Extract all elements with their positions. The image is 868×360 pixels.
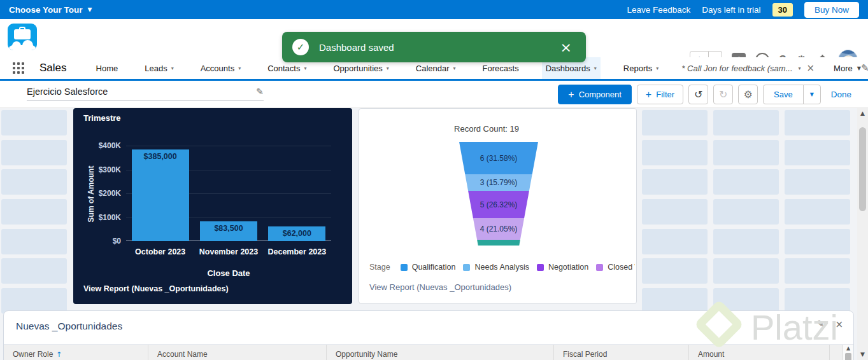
scrollbar-thumb[interactable] <box>845 353 851 360</box>
funnel-segment-1: 6 (31.58%) <box>459 142 538 174</box>
leave-feedback-link[interactable]: Leave Feedback <box>627 5 690 15</box>
y-axis-tick-label: $400K <box>84 141 121 150</box>
undo-button[interactable]: ↺ <box>688 85 708 104</box>
save-button[interactable]: Save <box>763 85 804 104</box>
column-header-fiscal-period[interactable]: Fiscal Period <box>554 345 689 360</box>
funnel-segment-4: 4 (21.05%) <box>459 218 538 240</box>
column-header-opportunity-name[interactable]: Opportunity Name <box>327 345 554 360</box>
chevron-down-icon: ▾ <box>304 66 306 71</box>
bar-value-label: $62,000 <box>268 229 325 238</box>
nav-item-label: Forecasts <box>483 64 519 73</box>
grid-placeholder-tile <box>642 258 708 284</box>
y-axis-tick-label: $0 <box>84 237 121 246</box>
choose-your-tour-button[interactable]: Choose Your Tour ▼ <box>9 5 92 15</box>
buy-now-button[interactable]: Buy Now <box>804 2 859 18</box>
table-vertical-scrollbar[interactable]: ▲ <box>843 345 853 360</box>
add-component-button[interactable]: + Component <box>558 85 632 104</box>
bar-value-label: $83,500 <box>200 224 257 233</box>
chevron-down-icon: ▾ <box>238 66 241 71</box>
redo-icon: ↻ <box>719 88 727 100</box>
temp-tab-call-jon[interactable]: * Call Jon for feedback (sam... ▾ × <box>681 62 815 74</box>
toast-close-icon[interactable]: × <box>557 39 576 55</box>
funnel-chart-title: Record Count: 19 <box>359 124 614 134</box>
dashboard-properties-button[interactable]: ⚙ <box>738 85 758 104</box>
scrollbar-thumb[interactable] <box>859 127 866 211</box>
legend-item-closed-won: Closed Won <box>596 263 635 272</box>
chevron-down-icon: ▾ <box>594 66 597 71</box>
dashboard-title-field[interactable]: Ejercicio Salesforce ✎ <box>27 87 264 100</box>
y-axis-tick-label: $200K <box>84 189 121 198</box>
nav-more-button[interactable]: More ▼ <box>834 64 861 73</box>
x-axis-category-label: December 2023 <box>263 247 331 256</box>
plus-icon: + <box>646 90 651 100</box>
grid-placeholder-tile <box>642 140 708 165</box>
page-vertical-scrollbar[interactable]: ▲ ▼ <box>857 108 868 360</box>
table-edit-pencil-icon[interactable]: ✎ <box>817 319 825 330</box>
grid-placeholder-tile <box>785 110 850 135</box>
bar-november-2023: $83,500 <box>200 221 257 241</box>
chevron-down-icon[interactable]: ▾ <box>799 66 801 71</box>
temp-tab-label: * Call Jon for feedback (sam... <box>681 64 792 73</box>
column-header-amount[interactable]: Amount <box>689 345 830 360</box>
nav-item-label: Opportunities <box>333 64 382 73</box>
report-table-card: Nuevas _Oportunidades ✎ × Owner Role↑Acc… <box>3 310 854 360</box>
success-check-icon: ✓ <box>292 39 309 55</box>
nav-item-home[interactable]: Home <box>92 57 122 79</box>
funnel-chart-card: Record Count: 19 6 (31.58%)3 (15.79%)5 (… <box>359 108 637 304</box>
trial-bar: Choose Your Tour ▼ Leave Feedback Days l… <box>0 0 868 19</box>
bar-value-label: $385,000 <box>132 152 189 161</box>
legend-title: Stage <box>369 263 390 272</box>
chevron-down-icon: ▾ <box>171 66 174 71</box>
add-filter-button[interactable]: + Filter <box>637 85 683 104</box>
column-header-owner-role[interactable]: Owner Role↑ <box>4 345 148 360</box>
bar-chart-x-axis-label: Close Date <box>126 268 331 278</box>
nav-edit-pencil-icon[interactable]: ✎ <box>861 62 868 74</box>
scroll-up-arrow-icon[interactable]: ▲ <box>857 110 868 116</box>
scroll-down-arrow-icon[interactable]: ▼ <box>857 351 868 357</box>
grid-placeholder-tile <box>1 110 67 135</box>
grid-placeholder-tile <box>642 199 708 225</box>
legend-swatch-icon <box>463 264 470 271</box>
app-launcher-icon[interactable] <box>13 62 24 74</box>
undo-icon: ↺ <box>694 88 702 100</box>
chevron-down-icon: ▾ <box>656 66 658 71</box>
dropdown-icon: ▼ <box>810 92 814 97</box>
close-icon[interactable]: × <box>807 62 815 74</box>
nav-item-leads[interactable]: Leads▾ <box>141 57 177 79</box>
legend-swatch-icon <box>401 264 408 271</box>
bar-december-2023: $62,000 <box>268 226 325 241</box>
gear-icon: ⚙ <box>743 88 752 100</box>
column-header-account-name[interactable]: Account Name <box>148 345 327 360</box>
nav-item-label: Reports <box>623 64 653 73</box>
column-header-label: Opportunity Name <box>336 350 397 359</box>
salesforce-logo <box>8 24 37 50</box>
bar-october-2023: $385,000 <box>132 149 189 241</box>
legend-label: Needs Analysis <box>474 263 529 272</box>
nav-item-reports[interactable]: Reports▾ <box>620 57 663 79</box>
report-table-title: Nuevas _Oportunidades <box>16 321 122 332</box>
chevron-down-icon: ▾ <box>453 66 456 71</box>
dropdown-icon: ▼ <box>88 6 92 13</box>
title-edit-pencil-icon[interactable]: ✎ <box>256 87 264 97</box>
done-button[interactable]: Done <box>826 85 857 104</box>
days-left-label: Days left in trial <box>702 5 760 15</box>
legend-label: Qualification <box>412 263 456 272</box>
grid-placeholder-tile <box>713 229 779 254</box>
dashboard-toolbar: Ejercicio Salesforce ✎ + Component + Fil… <box>0 81 868 108</box>
nav-item-label: Accounts <box>201 64 234 73</box>
bar-chart-view-report-link[interactable]: View Report (Nuevas _Oportunidades) <box>83 284 229 293</box>
save-dropdown-button[interactable]: ▼ <box>803 85 821 104</box>
nav-item-accounts[interactable]: Accounts▾ <box>197 57 245 79</box>
legend-swatch-icon <box>596 264 603 271</box>
funnel-legend: Stage QualificationNeeds AnalysisNegotia… <box>369 263 635 272</box>
app-name[interactable]: Sales <box>39 62 67 74</box>
grid-placeholder-tile <box>785 169 850 195</box>
grid-placeholder-tile <box>642 169 708 195</box>
scroll-up-arrow-icon[interactable]: ▲ <box>843 345 853 351</box>
table-close-icon[interactable]: × <box>835 319 843 330</box>
funnel-view-report-link[interactable]: View Report (Nuevas _Oportunidades) <box>369 282 511 292</box>
grid-placeholder-tile <box>1 169 67 195</box>
days-left-badge: 30 <box>772 3 793 17</box>
y-axis-tick-label: $100K <box>84 213 121 222</box>
redo-button[interactable]: ↻ <box>713 85 733 104</box>
